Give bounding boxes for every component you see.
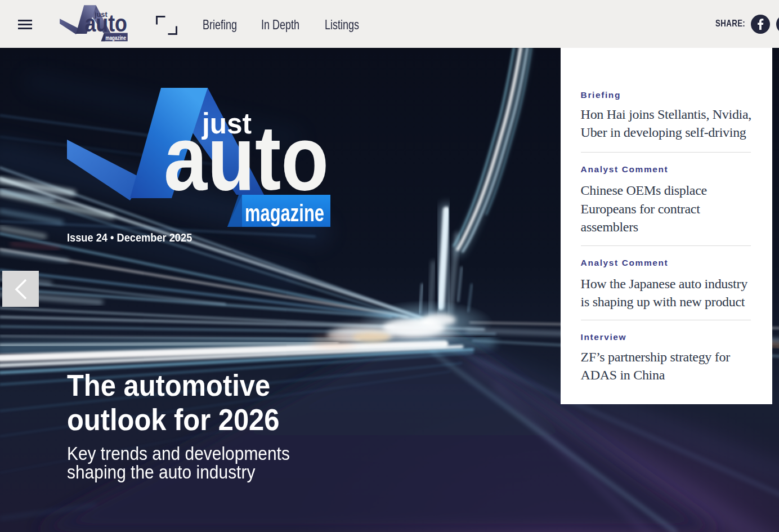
- svg-text:auto: auto: [164, 106, 329, 209]
- svg-text:auto: auto: [84, 10, 127, 37]
- svg-text:magazine: magazine: [106, 34, 126, 41]
- svg-text:magazine: magazine: [245, 200, 324, 226]
